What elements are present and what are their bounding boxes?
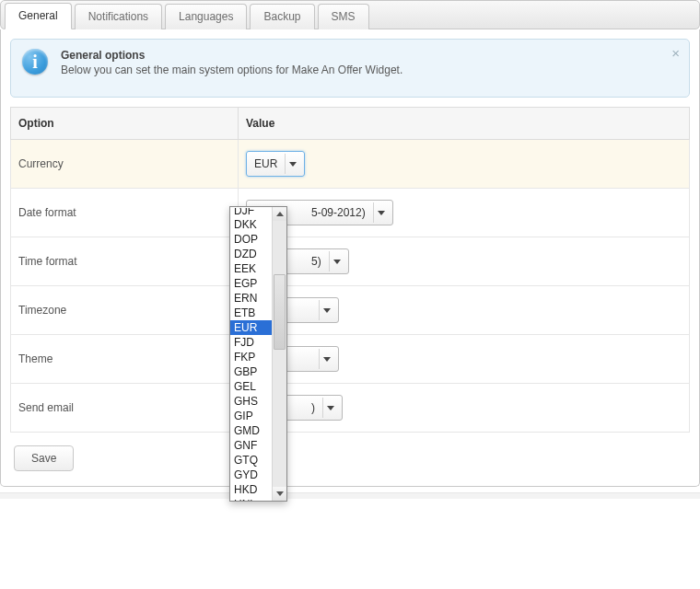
options-table: Option Value Currency EUR Date format: [10, 107, 690, 433]
tab-general[interactable]: General: [5, 3, 72, 29]
currency-option[interactable]: ERN: [230, 291, 272, 306]
currency-option[interactable]: HKD: [230, 482, 272, 497]
footer-separator: [0, 492, 700, 499]
currency-option[interactable]: GHS: [230, 394, 272, 409]
chevron-down-icon: [373, 202, 389, 223]
tab-sms[interactable]: SMS: [318, 4, 369, 29]
tab-bar: General Notifications Languages Backup S…: [0, 0, 700, 29]
currency-option[interactable]: GNF: [230, 438, 272, 453]
tab-notifications[interactable]: Notifications: [75, 4, 162, 29]
info-icon: i: [22, 49, 48, 75]
col-header-option: Option: [11, 108, 239, 140]
currency-option[interactable]: DJF: [230, 208, 272, 217]
time-format-select-value: 5): [311, 255, 321, 268]
scroll-track[interactable]: [273, 221, 286, 487]
currency-option[interactable]: FKP: [230, 350, 272, 364]
currency-option[interactable]: FJD: [230, 335, 272, 350]
currency-option[interactable]: EGP: [230, 276, 272, 291]
row-send-email: Send email ): [11, 384, 690, 433]
tab-content: i General options Below you can set the …: [0, 29, 700, 487]
row-currency: Currency EUR: [11, 140, 690, 189]
chevron-down-icon: [329, 251, 344, 271]
currency-select[interactable]: EUR: [246, 151, 305, 177]
label-currency: Currency: [11, 140, 239, 189]
currency-option[interactable]: GBP: [230, 364, 272, 379]
label-send-email: Send email: [11, 384, 239, 433]
scroll-thumb[interactable]: [274, 274, 286, 350]
currency-option[interactable]: GIP: [230, 409, 272, 423]
chevron-down-icon: [319, 300, 334, 320]
date-format-select-value: 5-09-2012): [311, 206, 366, 219]
currency-select-value: EUR: [254, 157, 277, 170]
row-date-format: Date format 5-09-2012): [11, 189, 690, 237]
scroll-down-button[interactable]: [273, 487, 286, 501]
save-button[interactable]: Save: [14, 445, 74, 471]
currency-option[interactable]: GYD: [230, 468, 272, 482]
currency-option[interactable]: ETB: [230, 306, 272, 320]
row-timezone: Timezone: [11, 286, 690, 335]
tab-languages[interactable]: Languages: [165, 4, 247, 29]
row-theme: Theme: [11, 335, 690, 384]
chevron-down-icon: [319, 349, 334, 369]
currency-option[interactable]: GEL: [230, 379, 272, 394]
currency-option[interactable]: HNL: [230, 497, 272, 501]
scroll-up-button[interactable]: [273, 207, 286, 221]
info-notice: i General options Below you can set the …: [10, 39, 690, 98]
currency-option[interactable]: DOP: [230, 232, 272, 247]
row-time-format: Time format 5): [11, 237, 690, 286]
currency-option[interactable]: GMD: [230, 423, 272, 438]
notice-title: General options: [61, 49, 402, 62]
currency-option[interactable]: GTQ: [230, 453, 272, 468]
col-header-value: Value: [239, 108, 690, 140]
chevron-down-icon: [322, 398, 338, 418]
currency-option[interactable]: EUR: [230, 320, 272, 335]
label-time-format: Time format: [11, 237, 239, 286]
currency-option[interactable]: EEK: [230, 261, 272, 276]
currency-option[interactable]: DZD: [230, 247, 272, 261]
label-theme: Theme: [11, 335, 239, 384]
label-timezone: Timezone: [11, 286, 239, 335]
notice-desc: Below you can set the main system option…: [61, 64, 402, 76]
chevron-down-icon: [285, 154, 300, 174]
currency-listbox: DJFDKKDOPDZDEEKEGPERNETBEURFJDFKPGBPGELG…: [229, 206, 287, 502]
scrollbar: [272, 207, 286, 501]
currency-option[interactable]: DKK: [230, 217, 272, 232]
tab-backup[interactable]: Backup: [250, 4, 314, 29]
close-icon[interactable]: ×: [671, 45, 680, 61]
send-email-select-value: ): [311, 401, 315, 414]
label-date-format: Date format: [11, 189, 239, 237]
currency-listbox-items: DJFDKKDOPDZDEEKEGPERNETBEURFJDFKPGBPGELG…: [230, 207, 272, 501]
